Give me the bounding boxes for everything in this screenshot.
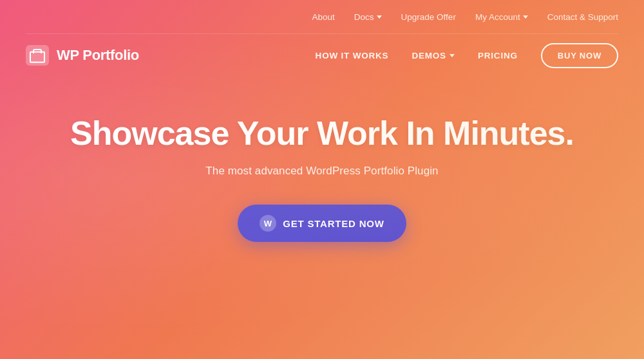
cta-label: GET STARTED NOW: [283, 218, 384, 229]
nav-how-it-works[interactable]: HOW IT WORKS: [316, 51, 389, 60]
logo[interactable]: WP Portfolio: [26, 45, 139, 66]
hero-subtitle: The most advanced WordPress Portfolio Pl…: [205, 165, 438, 178]
page-wrapper: About Docs Upgrade Offer My Account Cont…: [0, 0, 644, 359]
buy-now-button[interactable]: BUY NOW: [541, 43, 618, 68]
hero-title: Showcase Your Work In Minutes.: [70, 115, 574, 152]
topbar-contact-link[interactable]: Contact & Support: [547, 12, 618, 22]
topbar-myaccount-link[interactable]: My Account: [475, 12, 528, 22]
top-bar: About Docs Upgrade Offer My Account Cont…: [0, 0, 644, 33]
get-started-button[interactable]: W GET STARTED NOW: [238, 205, 406, 242]
hero-section: Showcase Your Work In Minutes. The most …: [0, 77, 644, 242]
demos-dropdown-icon: [450, 54, 455, 57]
main-nav: WP Portfolio HOW IT WORKS DEMOS PRICING …: [0, 34, 644, 77]
topbar-about-link[interactable]: About: [312, 12, 335, 22]
wordpress-icon: W: [260, 215, 276, 232]
logo-icon: [26, 45, 49, 66]
logo-text: WP Portfolio: [57, 47, 139, 64]
docs-dropdown-icon: [377, 15, 382, 19]
myaccount-dropdown-icon: [523, 15, 528, 19]
main-nav-links: HOW IT WORKS DEMOS PRICING BUY NOW: [316, 43, 618, 68]
nav-demos[interactable]: DEMOS: [412, 51, 455, 60]
nav-pricing[interactable]: PRICING: [478, 51, 518, 60]
topbar-upgrade-link[interactable]: Upgrade Offer: [401, 12, 456, 22]
topbar-docs-link[interactable]: Docs: [354, 12, 382, 22]
